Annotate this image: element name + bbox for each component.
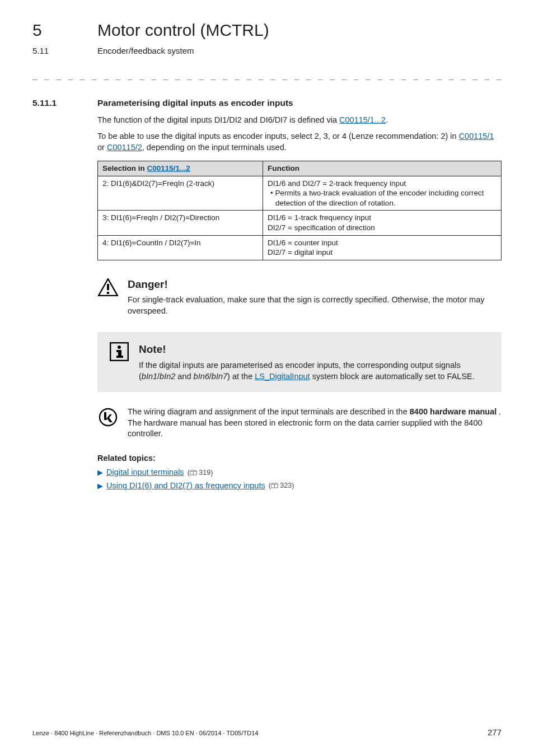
text: Selection in [102,164,147,172]
arrow-icon: ▶ [97,468,103,478]
cross-ref-link[interactable]: C00115/1...2 [147,164,190,172]
manual-name: 8400 hardware manual [410,407,497,416]
tip-icon [97,407,119,427]
cross-ref-link[interactable]: LS_DigitalInput [255,372,310,381]
text: The wiring diagram and assignment of the… [128,407,410,416]
table-header-cell: Selection in C00115/1...2 [98,161,263,176]
param-name: bIn7 [212,372,227,381]
danger-text: For single-track evaluation, make sure t… [128,295,502,316]
cross-ref-link[interactable]: Using DI1(6) and DI2(7) as frequency inp… [106,480,265,492]
footer-page-number: 277 [488,727,502,738]
text: DI1/6 and DI2/7 = 2-track frequency inpu… [268,179,496,189]
page-ref: ( 323) [269,481,294,491]
chapter-number: 5 [32,19,71,42]
cross-ref-link[interactable]: C00115/2 [107,143,142,152]
table-row: 4: DI1(6)=CountIn / DI2(7)=In DI1/6 = co… [98,235,502,260]
page-number: 323 [280,482,292,489]
subsection-title: Parameterising digital inputs as encoder… [97,97,293,109]
warning-icon [97,277,119,296]
param-name: bIn6 [194,372,209,381]
list-item: ▶ Using DI1(6) and DI2(7) as frequency i… [97,480,502,492]
param-name: bIn2 [160,372,175,381]
divider-line: _ _ _ _ _ _ _ _ _ _ _ _ _ _ _ _ _ _ _ _ … [32,70,502,81]
table-cell: DI1/6 = counter input DI2/7 = digital in… [263,235,502,260]
text: DI1/6 = counter input [268,238,496,248]
table-cell: 2: DI1(6)&DI2(7)=FreqIn (2-track) [98,176,263,211]
table-row: 3: DI1(6)=FreqIn / DI2(7)=Direction DI1/… [98,211,502,235]
related-topics-title: Related topics: [97,453,502,464]
text: . [386,115,388,124]
cross-ref-link[interactable]: C00115/1 [459,132,494,141]
text: DI2/7 = specification of direction [268,223,496,233]
table-header-cell: Function [263,161,502,176]
bullet-text: • Permits a two-track evaluation of the … [268,188,496,208]
table-cell: DI1/6 and DI2/7 = 2-track frequency inpu… [263,176,502,211]
table-cell: 3: DI1(6)=FreqIn / DI2(7)=Direction [98,211,263,235]
svg-rect-2 [107,292,109,294]
section-number: 5.11 [32,45,71,57]
page-footer: Lenze · 8400 HighLine · Referenzhandbuch… [32,727,502,738]
selection-table: Selection in C00115/1...2 Function 2: DI… [97,161,502,260]
text: DI1/6 = 1-track frequency input [268,213,496,223]
intro-paragraph-2: To be able to use the digital inputs as … [97,131,502,153]
table-cell: 4: DI1(6)=CountIn / DI2(7)=In [98,235,263,260]
subsection-number: 5.11.1 [32,97,71,109]
footer-text: Lenze · 8400 HighLine · Referenzhandbuch… [32,729,258,738]
tip-callout: The wiring diagram and assignment of the… [97,407,502,440]
chapter-title: Motor control (MCTRL) [97,19,269,42]
text: ) at the [227,372,255,381]
arrow-icon: ▶ [97,481,103,491]
text: and [175,372,193,381]
related-topics-list: ▶ Digital input terminals ( 319) ▶ Using… [97,467,502,491]
note-title: Note! [139,342,490,357]
text: The function of the digital inputs DI1/D… [97,115,339,124]
param-name: bIn1 [142,372,157,381]
list-item: ▶ Digital input terminals ( 319) [97,467,502,478]
table-cell: DI1/6 = 1-track frequency input DI2/7 = … [263,211,502,235]
tip-text: The wiring diagram and assignment of the… [128,407,502,440]
note-text: If the digital inputs are parameterised … [139,360,490,382]
text: To be able to use the digital inputs as … [97,132,459,141]
intro-paragraph-1: The function of the digital inputs DI1/D… [97,115,502,126]
table-header-row: Selection in C00115/1...2 Function [98,161,502,176]
section-title: Encoder/feedback system [97,45,194,57]
page-number: 319 [199,469,210,477]
page-ref: ( 319) [188,468,213,478]
svg-rect-7 [116,356,123,358]
svg-rect-1 [107,284,109,290]
svg-point-4 [118,346,121,349]
text: or [97,143,107,152]
info-icon [109,342,130,361]
cross-ref-link[interactable]: C00115/1...2 [339,115,386,124]
note-callout: Note! If the digital inputs are paramete… [97,332,502,392]
text: DI2/7 = digital input [268,248,496,258]
table-row: 2: DI1(6)&DI2(7)=FreqIn (2-track) DI1/6 … [98,176,502,211]
danger-title: Danger! [128,277,502,292]
danger-callout: Danger! For single-track evaluation, mak… [97,277,502,317]
text: system block are automatically set to FA… [310,372,475,381]
text: , depending on the input terminals used. [142,143,287,152]
cross-ref-link[interactable]: Digital input terminals [106,467,184,478]
